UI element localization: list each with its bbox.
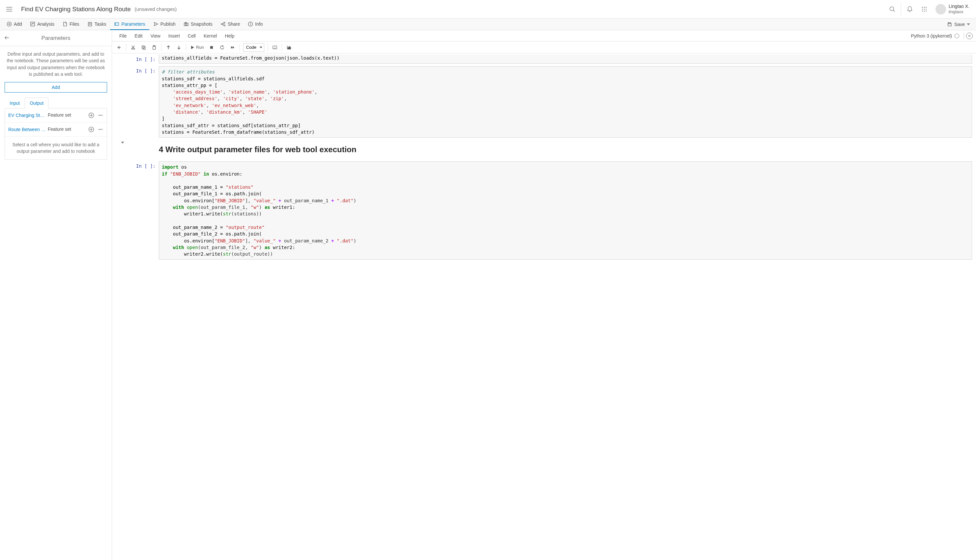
unsaved-label: (unsaved changes) <box>135 6 177 12</box>
add-to-cell-icon[interactable] <box>88 112 95 119</box>
nav-info[interactable]: Info <box>244 18 267 30</box>
code-input[interactable]: import os if "ENB_JOBID" in os.environ: … <box>159 162 972 260</box>
nav-add[interactable]: Add <box>3 18 26 30</box>
add-to-cell-icon[interactable] <box>88 126 95 133</box>
svg-point-7 <box>926 7 927 8</box>
svg-point-41 <box>100 115 101 116</box>
svg-rect-26 <box>185 22 186 23</box>
menu-cell[interactable]: Cell <box>184 32 200 40</box>
svg-point-40 <box>98 115 100 116</box>
nav-analysis[interactable]: Analysis <box>26 18 58 30</box>
expand-icon[interactable] <box>966 33 973 39</box>
svg-point-27 <box>221 23 222 25</box>
code-input[interactable]: # filter attributes stations_sdf = stati… <box>159 66 972 138</box>
more-icon[interactable] <box>97 126 104 133</box>
back-icon[interactable] <box>4 35 10 42</box>
nav-parameters[interactable]: Parameters <box>110 18 149 30</box>
svg-point-51 <box>132 48 133 49</box>
notifications-icon[interactable] <box>903 2 917 17</box>
param-name[interactable]: EV Charging Stati… <box>5 113 46 118</box>
code-cell[interactable]: In [ ]: stations_allfields = FeatureSet.… <box>116 55 972 63</box>
menu-file[interactable]: File <box>115 32 131 40</box>
copy-icon[interactable] <box>139 43 148 52</box>
panel-title: Parameters <box>42 35 70 42</box>
user-block[interactable]: Lingtao X. lingtaox <box>949 3 969 14</box>
svg-point-25 <box>185 23 187 25</box>
panel-description: Define input and output parameters, and … <box>0 46 112 82</box>
svg-point-9 <box>924 8 925 10</box>
svg-point-29 <box>224 25 225 26</box>
nav-publish[interactable]: Publish <box>149 18 180 30</box>
section-heading: 4 Write output parameter files for web t… <box>159 140 972 159</box>
tab-input[interactable]: Input <box>5 98 25 108</box>
run-button[interactable]: Run <box>188 43 206 52</box>
param-type: Feature set <box>48 127 86 132</box>
svg-point-28 <box>224 22 225 23</box>
nav-files[interactable]: Files <box>58 18 83 30</box>
param-name[interactable]: Route Between St… <box>5 127 46 132</box>
nav-tasks[interactable]: Tasks <box>83 18 110 30</box>
svg-marker-23 <box>154 22 158 26</box>
notebook-title: Find EV Charging Stations Along Route <box>21 6 131 13</box>
svg-line-31 <box>222 24 224 25</box>
param-row: EV Charging Stati… Feature set <box>5 108 107 123</box>
menu-view[interactable]: View <box>147 32 164 40</box>
param-row: Route Between St… Feature set <box>5 123 107 137</box>
code-cell[interactable]: In [ ]: import os if "ENB_JOBID" in os.e… <box>116 162 972 260</box>
apps-grid-icon[interactable] <box>917 2 931 17</box>
cell-prompt: In [ ]: <box>129 162 159 260</box>
cut-icon[interactable] <box>128 43 138 52</box>
nav-snapshots[interactable]: Snapshots <box>180 18 217 30</box>
top-header: Find EV Charging Stations Along Route (u… <box>0 0 976 18</box>
svg-point-47 <box>100 129 101 130</box>
menu-icon[interactable] <box>5 5 13 13</box>
svg-point-12 <box>924 10 925 12</box>
svg-point-46 <box>98 129 100 130</box>
svg-point-11 <box>922 10 923 12</box>
avatar[interactable] <box>936 4 946 15</box>
markdown-cell[interactable]: 4 Write output parameter files for web t… <box>116 140 972 159</box>
move-up-icon[interactable] <box>164 43 174 52</box>
svg-rect-35 <box>949 23 950 24</box>
parameters-panel: Parameters Define input and output param… <box>0 30 112 560</box>
menu-insert[interactable]: Insert <box>164 32 184 40</box>
code-cell[interactable]: In [ ]: # filter attributes stations_sdf… <box>116 66 972 138</box>
insert-cell-icon[interactable] <box>114 43 124 52</box>
menu-help[interactable]: Help <box>221 32 238 40</box>
param-hint: Select a cell where you would like to ad… <box>5 137 107 160</box>
search-icon[interactable] <box>885 2 899 17</box>
svg-rect-72 <box>288 47 289 49</box>
keyboard-icon[interactable] <box>270 43 280 52</box>
cell-type-select[interactable]: Code <box>243 43 264 52</box>
add-parameter-button[interactable]: Add <box>5 82 107 93</box>
nav-share[interactable]: Share <box>217 18 244 30</box>
svg-line-4 <box>893 10 894 12</box>
svg-marker-63 <box>231 46 233 49</box>
save-button[interactable]: Save <box>944 18 973 30</box>
paste-icon[interactable] <box>149 43 159 52</box>
more-icon[interactable] <box>97 112 104 119</box>
code-input[interactable]: stations_allfields = FeatureSet.from_geo… <box>159 55 972 63</box>
menu-edit[interactable]: Edit <box>131 32 147 40</box>
fast-forward-icon[interactable] <box>228 43 238 52</box>
user-name: Lingtao X. <box>949 3 969 9</box>
notebook-area[interactable]: In [ ]: stations_allfields = FeatureSet.… <box>112 53 976 560</box>
svg-point-3 <box>890 7 894 10</box>
move-down-icon[interactable] <box>174 43 184 52</box>
svg-marker-61 <box>191 46 194 49</box>
collapse-icon[interactable] <box>116 140 129 159</box>
user-handle: lingtaox <box>949 9 969 15</box>
chart-icon[interactable] <box>284 43 294 52</box>
kernel-indicator-icon <box>954 33 959 38</box>
param-type: Feature set <box>48 112 86 118</box>
jupyter-menubar: File Edit View Insert Cell Kernel Help P… <box>112 30 976 42</box>
io-tabs: Input Output <box>5 97 107 108</box>
stop-icon[interactable] <box>207 43 217 52</box>
menu-kernel[interactable]: Kernel <box>200 32 221 40</box>
svg-rect-65 <box>273 46 277 49</box>
tab-output[interactable]: Output <box>25 98 48 108</box>
svg-point-8 <box>922 8 923 10</box>
svg-marker-64 <box>233 46 234 49</box>
restart-icon[interactable] <box>217 43 227 52</box>
cell-prompt: In [ ]: <box>129 66 159 138</box>
